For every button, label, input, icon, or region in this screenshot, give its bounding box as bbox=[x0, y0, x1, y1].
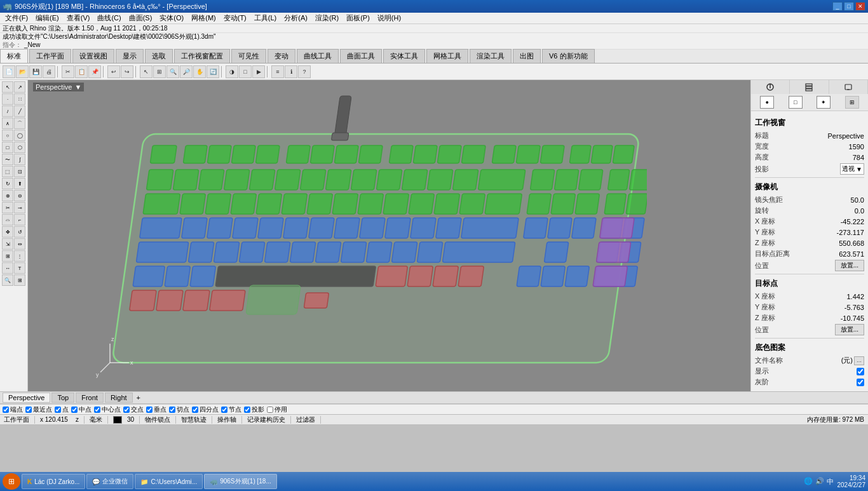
vp-tab-right[interactable]: Right bbox=[105, 393, 133, 403]
tb-undo[interactable]: ↩ bbox=[107, 65, 120, 78]
snap-cb-knot[interactable] bbox=[221, 407, 227, 413]
tab-render-tools[interactable]: 渲染工具 bbox=[470, 49, 512, 63]
tab-viewport-config[interactable]: 工作视窗配置 bbox=[174, 49, 230, 63]
lt-array2-btn[interactable]: ⋮ bbox=[14, 250, 25, 262]
lt-extrude-btn[interactable]: ⬆ bbox=[14, 178, 25, 189]
tab-transform[interactable]: 变动 bbox=[268, 49, 295, 63]
rp-tab-display[interactable] bbox=[829, 80, 868, 94]
start-button[interactable]: ⊞ bbox=[3, 473, 20, 490]
snap-cb-endpoints[interactable] bbox=[3, 407, 9, 413]
tb-render[interactable]: ▶ bbox=[252, 65, 265, 78]
taskbar-btn-rhino[interactable]: 🦏 906S外观(1) [18... bbox=[204, 474, 277, 489]
snap-cb-project[interactable] bbox=[244, 407, 250, 413]
menu-mesh[interactable]: 网格(M) bbox=[187, 13, 220, 24]
snap-cb-disable[interactable] bbox=[267, 407, 273, 413]
menu-curve[interactable]: 曲线(C) bbox=[93, 13, 125, 24]
menu-surface[interactable]: 曲面(S) bbox=[125, 13, 156, 24]
lt-mirror-btn[interactable]: ⇔ bbox=[14, 238, 25, 250]
lt-text-btn[interactable]: T bbox=[14, 262, 25, 274]
lt-select2-btn[interactable]: ↗ bbox=[14, 81, 25, 93]
tb-zoom-ext[interactable]: ⊞ bbox=[153, 65, 166, 78]
rp-tab-properties[interactable] bbox=[751, 80, 790, 94]
minimize-button[interactable]: _ bbox=[832, 2, 843, 11]
close-button[interactable]: ✕ bbox=[855, 2, 865, 11]
tb-zoom-out[interactable]: 🔎 bbox=[180, 65, 193, 78]
lt-interp-btn[interactable]: ∫ bbox=[14, 154, 25, 165]
vp-tab-front[interactable]: Front bbox=[76, 393, 104, 403]
tb-props[interactable]: ℹ bbox=[285, 65, 297, 78]
lt-surf-btn[interactable]: ⬚ bbox=[2, 166, 13, 177]
tb-print[interactable]: 🖨 bbox=[43, 65, 55, 78]
tb-copy[interactable]: 📋 bbox=[75, 65, 88, 78]
sb-smart-track[interactable]: 智慧轨迹 bbox=[181, 415, 207, 424]
viewport-dropdown-icon[interactable]: ▼ bbox=[74, 83, 81, 91]
lt-bool-btn[interactable]: ⊕ bbox=[2, 190, 13, 201]
lt-circle-btn[interactable]: ○ bbox=[2, 130, 13, 141]
rp-tab-layers[interactable] bbox=[790, 80, 829, 94]
menu-file[interactable]: 文件(F) bbox=[1, 13, 32, 24]
lt-rotate-btn[interactable]: ↺ bbox=[14, 226, 25, 238]
lt-zoom-btn[interactable]: 🔍 bbox=[2, 274, 13, 286]
rpi-grid[interactable]: ⊞ bbox=[845, 96, 859, 109]
tab-v6-new[interactable]: V6 的新功能 bbox=[542, 49, 595, 63]
lt-select-btn[interactable]: ↖ bbox=[2, 81, 13, 93]
tb-help[interactable]: ? bbox=[298, 65, 311, 78]
snap-cb-tan[interactable] bbox=[169, 407, 175, 413]
vp-tab-add[interactable]: + bbox=[134, 393, 143, 402]
tb-redo[interactable]: ↪ bbox=[121, 65, 133, 78]
rp-cb-gray[interactable] bbox=[857, 379, 864, 386]
viewport[interactable]: Perspective ▼ bbox=[28, 80, 750, 391]
lt-polygon-btn[interactable]: ⬡ bbox=[14, 142, 25, 153]
menu-help[interactable]: 说明(H) bbox=[374, 13, 405, 24]
lt-analysis-btn[interactable]: ⊞ bbox=[14, 274, 25, 286]
tb-wire[interactable]: □ bbox=[239, 65, 252, 78]
tab-display[interactable]: 显示 bbox=[116, 49, 144, 63]
lt-point2-btn[interactable]: ∷ bbox=[14, 93, 25, 105]
tb-layer[interactable]: ≡ bbox=[271, 65, 284, 78]
rp-btn-cpos[interactable]: 放置... bbox=[835, 260, 864, 271]
tb-rotate[interactable]: 🔄 bbox=[207, 65, 219, 78]
tab-solid-tools[interactable]: 实体工具 bbox=[383, 49, 425, 63]
snap-cb-point[interactable] bbox=[55, 407, 61, 413]
tb-select[interactable]: ↖ bbox=[140, 65, 153, 78]
menu-edit[interactable]: 编辑(E) bbox=[32, 13, 63, 24]
snap-cb-perp[interactable] bbox=[146, 407, 153, 413]
sb-op-axis[interactable]: 操作轴 bbox=[217, 415, 236, 424]
lt-bool2-btn[interactable]: ⊖ bbox=[14, 190, 25, 201]
menu-solid[interactable]: 实体(O) bbox=[156, 13, 187, 24]
lt-array-btn[interactable]: ⊞ bbox=[2, 250, 13, 262]
tb-new[interactable]: 📄 bbox=[3, 65, 15, 78]
lt-poly-btn[interactable]: ∧ bbox=[2, 118, 13, 129]
menu-tools[interactable]: 工具(L) bbox=[250, 13, 280, 24]
vp-tab-perspective[interactable]: Perspective bbox=[3, 393, 50, 403]
rp-cb-show[interactable] bbox=[857, 368, 864, 375]
tb-save[interactable]: 💾 bbox=[29, 65, 42, 78]
tab-curve-tools[interactable]: 曲线工具 bbox=[297, 49, 339, 63]
lt-line2-btn[interactable]: ╱ bbox=[14, 105, 25, 117]
lt-ellipse-btn[interactable]: ◯ bbox=[14, 130, 25, 141]
tb-pan[interactable]: ✋ bbox=[193, 65, 206, 78]
sb-color-swatch[interactable] bbox=[113, 416, 122, 424]
lt-fillet-btn[interactable]: ⌓ bbox=[2, 214, 13, 225]
lt-spline-btn[interactable]: 〜 bbox=[2, 154, 13, 165]
lt-point-btn[interactable]: · bbox=[2, 93, 13, 105]
tab-standard[interactable]: 标准 bbox=[0, 49, 28, 63]
rpi-sphere[interactable]: ● bbox=[760, 96, 774, 109]
rp-select-projection[interactable]: 透视 ▼ bbox=[840, 163, 864, 175]
menu-analysis[interactable]: 分析(A) bbox=[280, 13, 311, 24]
tab-select[interactable]: 选取 bbox=[145, 49, 173, 63]
lt-surf2-btn[interactable]: ⊡ bbox=[14, 166, 25, 177]
menu-view[interactable]: 查看(V) bbox=[63, 13, 94, 24]
tb-zoom-in[interactable]: 🔍 bbox=[166, 65, 179, 78]
rpi-star[interactable]: ✦ bbox=[817, 96, 831, 109]
snap-cb-nearest[interactable] bbox=[25, 407, 32, 413]
lt-scale-btn[interactable]: ⇲ bbox=[2, 238, 13, 250]
tb-cut[interactable]: ✂ bbox=[62, 65, 74, 78]
rp-filename-browse-btn[interactable]: … bbox=[854, 356, 864, 365]
snap-cb-midpoint[interactable] bbox=[71, 407, 78, 413]
tab-workplane[interactable]: 工作平面 bbox=[29, 49, 71, 63]
lt-arc-btn[interactable]: ⌒ bbox=[14, 118, 25, 129]
lt-chamfer-btn[interactable]: ⌐ bbox=[14, 214, 25, 225]
vp-tab-top[interactable]: Top bbox=[51, 393, 74, 403]
tb-shade[interactable]: ◑ bbox=[226, 65, 238, 78]
